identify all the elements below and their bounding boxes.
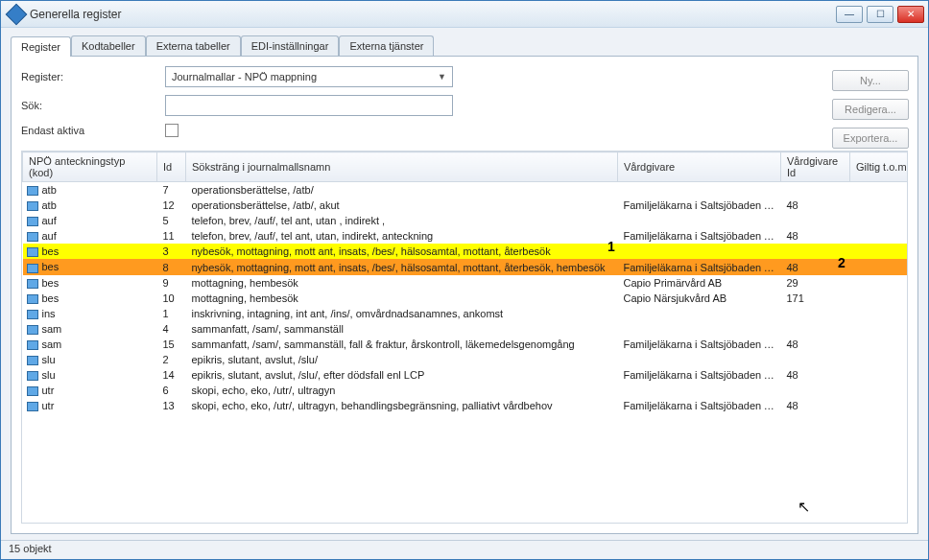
cell-giltig xyxy=(850,228,909,244)
annotation-2: 2 xyxy=(838,255,846,270)
table-row[interactable]: slu14epikris, slutant, avslut, /slu/, ef… xyxy=(23,367,909,383)
cell-kod: slu xyxy=(42,369,56,381)
cell-giltig xyxy=(850,244,909,259)
tab-kodtabeller[interactable]: Kodtabeller xyxy=(71,35,146,56)
cell-kod: utr xyxy=(42,385,55,396)
table-row[interactable]: bes10mottagning, hembesökCapio Närsjukvå… xyxy=(23,291,909,306)
tab-externa-tjanster[interactable]: Externa tjänster xyxy=(339,35,434,56)
cell-sokstrang: telefon, brev, /auf/, tel ant, utan , in… xyxy=(186,213,618,228)
cell-kod: auf xyxy=(42,230,57,242)
table-row[interactable]: atb7operationsberättelse, /atb/ xyxy=(23,182,909,198)
minimize-button[interactable]: — xyxy=(836,6,863,23)
status-text: 15 objekt xyxy=(9,543,52,554)
col-vardgivare-id[interactable]: Vårdgivare Id xyxy=(781,152,850,182)
cell-sokstrang: skopi, echo, eko, /utr/, ultragyn, behan… xyxy=(186,398,618,413)
cell-id: 10 xyxy=(157,291,186,306)
cell-id: 3 xyxy=(157,244,186,259)
edit-button[interactable]: Redigera... xyxy=(832,99,909,120)
new-button[interactable]: Ny... xyxy=(832,70,909,91)
cell-vardgivare-id xyxy=(781,383,850,398)
table-row[interactable]: auf5telefon, brev, /auf/, tel ant, utan … xyxy=(23,213,909,228)
table-row[interactable]: sam4sammanfatt, /sam/, sammanställ xyxy=(23,321,909,337)
cell-id: 9 xyxy=(157,275,186,291)
cell-sokstrang: nybesök, mottagning, mott ant, insats, /… xyxy=(186,259,618,274)
cell-kod: auf xyxy=(42,215,57,226)
row-icon xyxy=(27,340,38,350)
cell-sokstrang: sammanfatt, /sam/, sammanställ, fall & f… xyxy=(186,337,618,352)
cell-id: 7 xyxy=(157,182,186,198)
col-giltig[interactable]: Giltig t.o.m. xyxy=(850,152,909,182)
cell-vardgivare-id: 48 xyxy=(781,198,850,213)
export-button[interactable]: Exportera... xyxy=(832,128,909,149)
cell-vardgivare-id: 48 xyxy=(781,367,850,383)
register-combo-value: Journalmallar - NPÖ mappning xyxy=(172,71,317,82)
cell-giltig xyxy=(850,198,909,213)
row-icon xyxy=(27,310,38,319)
cell-kod: sam xyxy=(42,323,62,335)
cell-vardgivare-id: 171 xyxy=(781,291,850,306)
row-icon xyxy=(27,217,38,226)
col-sokstrang[interactable]: Söksträng i journalmallsnamn xyxy=(186,152,618,182)
cell-sokstrang: telefon, brev, /auf/, tel ant, utan, ind… xyxy=(186,228,618,244)
maximize-button[interactable]: ☐ xyxy=(867,6,893,23)
col-kod[interactable]: NPÖ anteckningstyp (kod) xyxy=(23,152,157,182)
cell-giltig xyxy=(850,275,909,291)
table-row[interactable]: bes8nybesök, mottagning, mott ant, insat… xyxy=(23,259,909,274)
cell-id: 4 xyxy=(157,321,186,337)
cell-giltig xyxy=(850,383,909,398)
tab-externa-tabeller[interactable]: Externa tabeller xyxy=(146,35,241,56)
cell-vardgivare xyxy=(618,306,781,321)
cell-vardgivare-id: 48 xyxy=(781,337,850,352)
register-combo[interactable]: Journalmallar - NPÖ mappning ▼ xyxy=(165,66,453,87)
cell-sokstrang: skopi, echo, eko, /utr/, ultragyn xyxy=(186,383,618,398)
cell-id: 12 xyxy=(157,198,186,213)
cell-id: 5 xyxy=(157,213,186,228)
cell-vardgivare: Capio Närsjukvård AB xyxy=(618,291,781,306)
cell-vardgivare-id xyxy=(781,213,850,228)
table-row[interactable]: bes3nybesök, mottagning, mott ant, insat… xyxy=(23,244,909,259)
cell-sokstrang: nybesök, mottagning, mott ant, insats, /… xyxy=(186,244,618,259)
data-grid[interactable]: NPÖ anteckningstyp (kod) Id Söksträng i … xyxy=(21,151,908,524)
cell-sokstrang: mottagning, hembesök xyxy=(186,275,618,291)
cell-vardgivare: Familjeläkarna i Saltsjöbaden AB xyxy=(618,337,781,352)
cell-giltig xyxy=(850,259,909,274)
table-row[interactable]: bes9mottagning, hembesökCapio Primärvård… xyxy=(23,275,909,291)
table-row[interactable]: slu2epikris, slutant, avslut, /slu/ xyxy=(23,352,909,367)
row-icon xyxy=(27,186,38,196)
search-input[interactable] xyxy=(165,95,453,116)
table-row[interactable]: auf11telefon, brev, /auf/, tel ant, utan… xyxy=(23,228,909,244)
cell-vardgivare-id: 48 xyxy=(781,228,850,244)
tabstrip: Register Kodtabeller Externa tabeller ED… xyxy=(1,28,928,56)
table-row[interactable]: utr6skopi, echo, eko, /utr/, ultragyn xyxy=(23,383,909,398)
cell-vardgivare xyxy=(618,352,781,367)
cell-sokstrang: epikris, slutant, avslut, /slu/ xyxy=(186,352,618,367)
annotation-1: 1 xyxy=(607,239,615,254)
register-label: Register: xyxy=(21,71,165,82)
cell-kod: sam xyxy=(42,338,62,350)
titlebar: Generella register — ☐ ✕ xyxy=(1,1,928,28)
cell-kod: atb xyxy=(42,199,57,211)
cell-id: 6 xyxy=(157,383,186,398)
cell-vardgivare-id xyxy=(781,352,850,367)
window-title: Generella register xyxy=(30,8,836,21)
table-row[interactable]: sam15sammanfatt, /sam/, sammanställ, fal… xyxy=(23,337,909,352)
tab-register[interactable]: Register xyxy=(11,36,71,57)
cell-giltig xyxy=(850,367,909,383)
table-row[interactable]: atb12operationsberättelse, /atb/, akutFa… xyxy=(23,198,909,213)
row-icon xyxy=(27,402,38,411)
cell-id: 14 xyxy=(157,367,186,383)
table-row[interactable]: ins1inskrivning, intagning, int ant, /in… xyxy=(23,306,909,321)
col-vardgivare[interactable]: Vårdgivare xyxy=(618,152,781,182)
cell-giltig xyxy=(850,337,909,352)
row-icon xyxy=(27,371,38,381)
cell-kod: slu xyxy=(42,354,56,365)
search-label: Sök: xyxy=(21,100,165,111)
tab-edi[interactable]: EDI-inställningar xyxy=(241,35,340,56)
cell-vardgivare: Familjeläkarna i Saltsjöbaden AB xyxy=(618,259,781,274)
cell-vardgivare xyxy=(618,321,781,337)
col-id[interactable]: Id xyxy=(157,152,186,182)
table-row[interactable]: utr13skopi, echo, eko, /utr/, ultragyn, … xyxy=(23,398,909,413)
close-button[interactable]: ✕ xyxy=(897,6,924,23)
only-active-checkbox[interactable] xyxy=(165,124,179,137)
cell-sokstrang: operationsberättelse, /atb/, akut xyxy=(186,198,618,213)
